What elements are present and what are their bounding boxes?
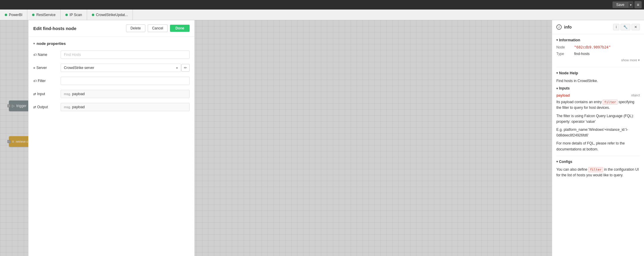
output-label-icon: ⇄ bbox=[33, 105, 36, 109]
info-panel-title: i info bbox=[556, 24, 572, 30]
input-row: ⇄ Input msg. payload bbox=[33, 90, 190, 98]
save-button-group: Save ▾ bbox=[612, 1, 633, 8]
filter-code-1: filter bbox=[603, 100, 618, 105]
output-row: ⇄ Output msg. payload bbox=[33, 103, 190, 111]
information-section: ▾ Information Node "602cdb9.9097b24" Typ… bbox=[556, 38, 640, 62]
input-label: ⇄ Input bbox=[33, 92, 57, 96]
payload-desc5: For more details of FQL, please refer to… bbox=[556, 141, 640, 152]
name-input[interactable] bbox=[61, 51, 190, 59]
node-type-val: find-hosts bbox=[574, 52, 590, 56]
modal-overlay: Edit find-hosts node Delete Cancel Done … bbox=[0, 20, 552, 256]
top-bar: Save ▾ ≡ bbox=[0, 0, 644, 10]
info-section-chevron: ▾ bbox=[556, 38, 558, 42]
output-msg-prefix: msg. bbox=[64, 105, 71, 109]
tab-label: PowerBI bbox=[9, 13, 22, 17]
filter-row: 🏷 Filter bbox=[33, 77, 190, 85]
canvas[interactable]: ▷ trigger ⚡ find hosts f group by CID an… bbox=[0, 20, 552, 256]
tab-restservice[interactable]: RestService bbox=[27, 10, 61, 20]
tab-ip-scan[interactable]: IP Scan bbox=[61, 10, 87, 20]
node-help-label: Node Help bbox=[559, 71, 578, 75]
info-title: info bbox=[564, 25, 572, 29]
node-help-chevron: ▾ bbox=[556, 71, 558, 75]
menu-button[interactable]: ≡ bbox=[634, 1, 642, 8]
tab-powerbi[interactable]: PowerBI bbox=[0, 10, 27, 20]
information-title: Information bbox=[559, 38, 580, 42]
name-label-icon: 🏷 bbox=[33, 53, 37, 56]
node-id-row: Node "602cdb9.9097b24" bbox=[556, 45, 640, 49]
tab-dot bbox=[65, 14, 68, 16]
main-area: ▷ trigger ⚡ find hosts f group by CID an… bbox=[0, 20, 644, 256]
output-label: ⇄ Output bbox=[33, 105, 57, 109]
tab-dot bbox=[92, 14, 94, 16]
modal-header: Edit find-hosts node Delete Cancel Done bbox=[29, 20, 194, 37]
payload-label: payload bbox=[556, 93, 570, 98]
divider bbox=[556, 67, 640, 67]
node-help-title: ▾ Node Help bbox=[556, 71, 640, 75]
output-msg-value: payload bbox=[72, 105, 85, 109]
name-row: 🏷 Name bbox=[33, 51, 190, 59]
server-select-wrapper: CrowdStrike server ▾ bbox=[61, 64, 178, 72]
node-help-desc: Find hosts in CrowdStrike. bbox=[556, 78, 640, 84]
info-tab-btn-close[interactable]: ✕ bbox=[632, 24, 640, 30]
input-msg-value: payload bbox=[72, 92, 85, 96]
filter-code-2: filter bbox=[588, 167, 603, 172]
payload-row: payload object bbox=[556, 93, 640, 98]
modal-title: Edit find-hosts node bbox=[33, 26, 76, 31]
node-type-row: Type find-hosts bbox=[556, 52, 640, 56]
filter-input[interactable] bbox=[61, 77, 190, 85]
tab-crowdstrike[interactable]: CrowdStrikeUpdat... bbox=[87, 10, 133, 20]
inputs-title: ▾ Inputs bbox=[556, 86, 640, 90]
configs-desc: You can also define filter in the config… bbox=[556, 167, 640, 178]
section-label: node properties bbox=[37, 41, 66, 46]
modal-body: ▾ node properties 🏷 Name bbox=[29, 37, 194, 256]
info-icon: i bbox=[556, 24, 562, 30]
tab-dot bbox=[5, 14, 7, 16]
input-label-icon: ⇄ bbox=[33, 92, 36, 96]
server-select[interactable]: CrowdStrike server bbox=[61, 64, 181, 72]
delete-button[interactable]: Delete bbox=[126, 24, 145, 32]
tab-label: CrowdStrikeUpdat... bbox=[96, 13, 128, 17]
modal: Edit find-hosts node Delete Cancel Done … bbox=[28, 20, 195, 256]
modal-actions: Delete Cancel Done bbox=[126, 24, 190, 32]
input-msg-field[interactable]: msg. payload bbox=[61, 90, 190, 98]
section-chevron: ▾ bbox=[33, 42, 35, 45]
section-header: ▾ node properties bbox=[33, 41, 190, 46]
server-row: ≡ Server CrowdStrike server ▾ ✏ bbox=[33, 64, 190, 72]
info-panel-body: ▾ Information Node "602cdb9.9097b24" Typ… bbox=[552, 34, 644, 256]
info-panel-tabs: i 🔧 ✕ bbox=[613, 24, 640, 30]
node-help-section: ▾ Node Help Find hosts in CrowdStrike. ▾… bbox=[556, 71, 640, 178]
tab-label: RestService bbox=[36, 13, 56, 17]
done-button[interactable]: Done bbox=[170, 25, 190, 32]
info-panel: i info i 🔧 ✕ ▾ Information Node "602cdb9… bbox=[552, 20, 644, 256]
show-more-link[interactable]: show more ▾ bbox=[556, 58, 640, 62]
input-msg-prefix: msg. bbox=[64, 92, 71, 96]
information-section-title: ▾ Information bbox=[556, 38, 640, 42]
node-type-key: Type bbox=[556, 52, 574, 56]
output-msg-field[interactable]: msg. payload bbox=[61, 103, 190, 111]
configs-title: ▾ Configs bbox=[556, 160, 640, 164]
tab-bar: PowerBI RestService IP Scan CrowdStrikeU… bbox=[0, 10, 644, 20]
payload-desc4: E.g. platform_name:'Windows'+instance_id… bbox=[556, 127, 640, 138]
filter-label-icon: 🏷 bbox=[33, 79, 37, 83]
payload-desc3: The filter is using Falcon Query Languag… bbox=[556, 113, 640, 125]
node-id-val: "602cdb9.9097b24" bbox=[574, 45, 611, 49]
payload-type: object bbox=[631, 93, 640, 98]
save-button[interactable]: Save bbox=[612, 1, 628, 8]
tab-label: IP Scan bbox=[70, 13, 82, 17]
node-id-key: Node bbox=[556, 45, 574, 49]
edit-server-button[interactable]: ✏ bbox=[181, 64, 190, 72]
filter-label: 🏷 Filter bbox=[33, 79, 57, 83]
save-dropdown-button[interactable]: ▾ bbox=[628, 2, 633, 8]
divider-2 bbox=[556, 156, 640, 156]
info-tab-btn-tool[interactable]: 🔧 bbox=[621, 24, 630, 30]
info-tab-btn-i[interactable]: i bbox=[613, 24, 619, 30]
server-label-icon: ≡ bbox=[33, 66, 35, 70]
payload-desc1: Its payload contains an entry filter spe… bbox=[556, 99, 640, 111]
info-panel-header: i info i 🔧 ✕ bbox=[552, 20, 644, 34]
tab-dot bbox=[32, 14, 34, 16]
cancel-button[interactable]: Cancel bbox=[148, 24, 168, 32]
server-label: ≡ Server bbox=[33, 66, 57, 70]
name-label: 🏷 Name bbox=[33, 53, 57, 57]
